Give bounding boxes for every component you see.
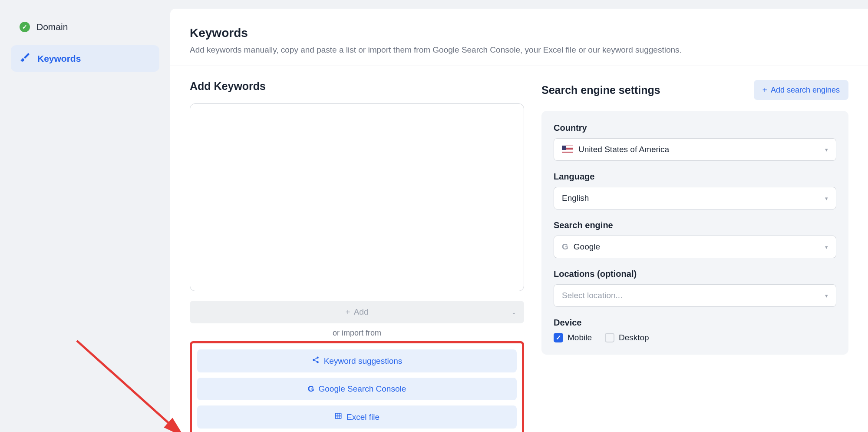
google-icon: G (308, 384, 314, 394)
share-icon (312, 356, 320, 366)
device-option-label: Mobile (568, 333, 592, 342)
country-label: Country (554, 123, 836, 133)
excel-icon (334, 412, 342, 422)
locations-label: Locations (optional) (554, 269, 836, 279)
chevron-down-icon: ▾ (825, 146, 828, 153)
locations-placeholder: Select location... (562, 291, 622, 300)
import-excel-file-button[interactable]: Excel file (197, 405, 517, 429)
key-icon (20, 52, 31, 65)
svg-line-6 (314, 358, 317, 359)
add-search-engines-button[interactable]: + Add search engines (754, 80, 848, 100)
us-flag-icon (562, 146, 573, 153)
svg-point-3 (313, 359, 315, 361)
import-button-label: Keyword suggestions (324, 356, 403, 366)
plus-icon: + (346, 307, 350, 317)
svg-point-2 (317, 357, 319, 359)
keywords-textarea[interactable] (190, 103, 524, 291)
language-value: English (562, 193, 589, 203)
device-mobile-checkbox[interactable]: Mobile (554, 333, 592, 342)
svg-point-4 (317, 361, 319, 363)
highlight-annotation: Keyword suggestions G Google Search Cons… (190, 341, 524, 432)
page-title: Keywords (190, 26, 848, 40)
divider (170, 66, 868, 66)
search-engine-settings-column: Search engine settings + Add search engi… (541, 80, 848, 432)
google-icon: G (562, 242, 568, 252)
device-option-label: Desktop (619, 333, 649, 342)
chevron-down-icon: ▾ (825, 292, 828, 299)
language-label: Language (554, 172, 836, 182)
language-select[interactable]: English ▾ (554, 187, 836, 209)
import-keyword-suggestions-button[interactable]: Keyword suggestions (197, 349, 517, 372)
search-engine-settings-title: Search engine settings (541, 84, 660, 96)
sidebar-item-keywords[interactable]: Keywords (11, 45, 159, 72)
locations-select[interactable]: Select location... ▾ (554, 284, 836, 307)
import-button-label: Google Search Console (319, 384, 406, 394)
device-desktop-checkbox[interactable]: Desktop (605, 333, 649, 342)
svg-line-5 (314, 360, 317, 362)
search-engine-select[interactable]: G Google ▾ (554, 236, 836, 258)
device-label: Device (554, 318, 836, 328)
chevron-down-icon: ▾ (825, 195, 828, 202)
add-button[interactable]: + Add ⌄ (190, 301, 524, 323)
country-value: United States of America (578, 145, 669, 154)
sidebar-item-domain[interactable]: ✓ Domain (11, 15, 159, 39)
sidebar-item-label: Keywords (37, 53, 81, 64)
checkbox-icon (605, 333, 614, 342)
country-select[interactable]: United States of America ▾ (554, 138, 836, 161)
chevron-down-icon: ⌄ (512, 309, 516, 316)
add-button-label: Add (354, 307, 369, 317)
search-engine-label: Search engine (554, 220, 836, 230)
main-content: Keywords Add keywords manually, copy and… (170, 9, 868, 432)
settings-panel: Country United States of America ▾ Langu… (541, 111, 848, 355)
search-engine-value: Google (574, 242, 600, 252)
sidebar: ✓ Domain Keywords (0, 0, 170, 432)
svg-rect-7 (335, 413, 341, 419)
add-keywords-column: Add Keywords + Add ⌄ or import from (190, 80, 524, 432)
or-import-label: or import from (190, 329, 524, 338)
check-circle-icon: ✓ (20, 22, 30, 32)
add-search-engines-label: Add search engines (771, 86, 840, 95)
chevron-down-icon: ▾ (825, 244, 828, 250)
page-subtitle: Add keywords manually, copy and paste a … (190, 45, 848, 55)
checkbox-icon (554, 333, 563, 342)
import-google-search-console-button[interactable]: G Google Search Console (197, 378, 517, 400)
import-button-label: Excel file (347, 412, 380, 422)
plus-icon: + (762, 85, 767, 95)
sidebar-item-label: Domain (36, 22, 68, 32)
add-keywords-title: Add Keywords (190, 80, 524, 93)
